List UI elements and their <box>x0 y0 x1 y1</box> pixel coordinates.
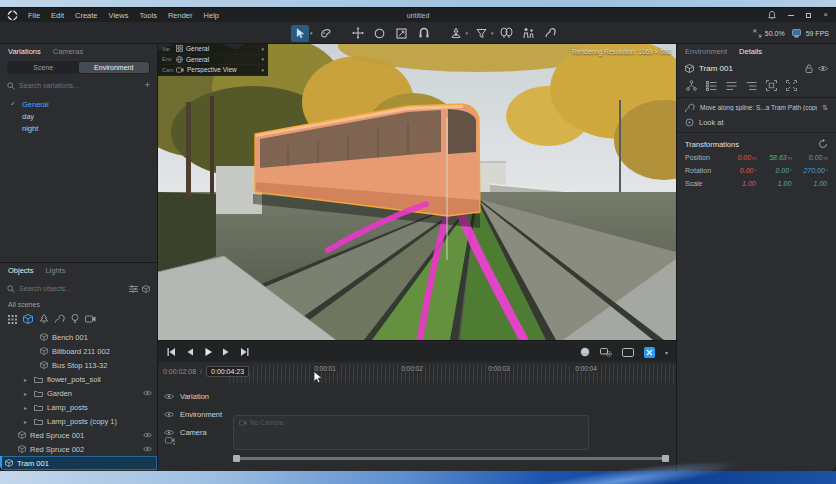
tree-item-bus-stop[interactable]: Bus Stop 113-32 <box>0 358 157 372</box>
swap-direction-icon[interactable]: ⇅ <box>822 104 828 112</box>
tree-item-garden[interactable]: ▸ Garden <box>0 386 157 400</box>
vegetation-tool-button[interactable] <box>498 25 516 42</box>
rotate-tool-button[interactable] <box>371 25 389 42</box>
menu-create[interactable]: Create <box>75 11 98 20</box>
variation-item-general[interactable]: ✓ General <box>0 98 157 110</box>
menu-edit[interactable]: Edit <box>51 11 64 20</box>
track-eye-icon[interactable] <box>164 429 174 436</box>
filter-tool-caret-icon[interactable]: ▾ <box>491 30 494 36</box>
scope-label[interactable]: All scenes <box>0 295 157 308</box>
tab-variations[interactable]: Variations <box>8 47 41 56</box>
menu-views[interactable]: Views <box>109 11 129 20</box>
minimize-button[interactable] <box>788 15 794 16</box>
segment-environment[interactable]: Environment <box>79 62 150 73</box>
total-time-field[interactable]: 0:00:04:23 <box>206 366 249 377</box>
grouped-list-icon[interactable] <box>746 81 757 91</box>
variation-item-night[interactable]: night <box>0 122 157 134</box>
play-button[interactable] <box>203 347 213 357</box>
tree-item-bench[interactable]: Bench 001 <box>0 330 157 344</box>
scrollbar-right-handle[interactable] <box>662 455 669 462</box>
menu-file[interactable]: File <box>28 11 40 20</box>
timeline-scrollbar[interactable] <box>233 455 669 462</box>
caret-right-icon[interactable]: ▸ <box>24 404 30 411</box>
select-tool-button[interactable] <box>291 25 309 42</box>
rotation-x-field[interactable]: 0.00° <box>721 167 757 174</box>
visibility-eye-icon[interactable] <box>818 65 828 72</box>
visibility-eye-icon[interactable] <box>143 432 152 438</box>
filter-sliders-icon[interactable] <box>129 285 138 293</box>
step-forward-button[interactable] <box>222 347 231 357</box>
tree-item-lamp-posts-copy[interactable]: ▸ Lamp_posts (copy 1) <box>0 414 157 428</box>
add-camera-icon[interactable] <box>165 436 176 445</box>
all-types-grid-icon[interactable] <box>8 315 17 324</box>
cube-filter-icon[interactable] <box>142 285 150 293</box>
menu-render[interactable]: Render <box>168 11 193 20</box>
search-objects-input[interactable] <box>19 285 125 292</box>
track-environment[interactable]: Environment <box>164 408 222 420</box>
scale-z-field[interactable]: 1.00 <box>792 180 828 187</box>
menu-tools[interactable]: Tools <box>139 11 157 20</box>
overlay-toggle-icon-active[interactable] <box>644 347 655 358</box>
move-tool-button[interactable] <box>349 25 367 42</box>
step-back-button[interactable] <box>185 347 194 357</box>
track-eye-icon[interactable] <box>164 393 174 400</box>
place-object-caret-icon[interactable]: ▾ <box>466 30 469 36</box>
menu-help[interactable]: Help <box>204 11 219 20</box>
viewport-scale-indicator[interactable]: 50.0% <box>753 29 785 38</box>
rotation-z-field[interactable]: 270.00° <box>792 167 828 174</box>
track-variation[interactable]: Variation <box>164 390 209 402</box>
caret-right-icon[interactable]: ▸ <box>24 418 30 425</box>
reset-transform-icon[interactable] <box>818 139 828 149</box>
place-object-tool-button[interactable] <box>447 25 465 42</box>
skip-to-end-button[interactable] <box>240 347 250 357</box>
scale-x-field[interactable]: 1.00 <box>721 180 757 187</box>
scale-y-field[interactable]: 1.00 <box>757 180 793 187</box>
tree-item-tram-selected[interactable]: Tram 001 <box>0 456 157 470</box>
vegetation-filter-icon[interactable] <box>39 314 49 324</box>
scrollbar-left-handle[interactable] <box>233 455 240 462</box>
maximize-button[interactable] <box>806 13 811 18</box>
objects-cube-filter-icon-active[interactable] <box>23 314 33 324</box>
tree-item-red-spruce-002[interactable]: Red Spruce 002 <box>0 442 157 456</box>
camera-settings-icon[interactable] <box>600 347 612 357</box>
detail-list-icon[interactable] <box>726 81 737 91</box>
skip-to-start-button[interactable] <box>166 347 176 357</box>
search-variations-input[interactable] <box>19 82 141 89</box>
tab-environment[interactable]: Environment <box>685 47 727 56</box>
tab-details[interactable]: Details <box>739 47 762 56</box>
move-along-spline-row[interactable]: Move along spline: S...a Tram Path (copy… <box>677 100 836 115</box>
tree-item-red-spruce-001[interactable]: Red Spruce 001 <box>0 428 157 442</box>
paint-tool-button[interactable] <box>317 25 335 42</box>
select-tool-caret-icon[interactable]: ▾ <box>310 30 313 36</box>
timeline-ruler[interactable] <box>226 365 674 383</box>
tab-lights[interactable]: Lights <box>45 266 65 275</box>
position-y-field[interactable]: 58.63m <box>757 154 793 161</box>
variation-dropdown[interactable]: Var General ▾ <box>158 44 268 55</box>
viewport[interactable]: Var General ▾ Env General ▾ Cam Perspect… <box>158 44 676 340</box>
camera-clip[interactable]: No Camera <box>233 415 589 450</box>
look-at-row[interactable]: Look at <box>677 115 836 130</box>
tree-item-lamp-posts[interactable]: ▸ Lamp_posts <box>0 400 157 414</box>
snap-magnet-tool-button[interactable] <box>415 25 433 42</box>
render-sphere-icon[interactable] <box>580 347 590 357</box>
expand-corners-icon[interactable] <box>786 80 797 91</box>
light-bulb-filter-icon[interactable] <box>71 314 79 324</box>
scrollbar-track[interactable] <box>240 457 662 460</box>
path-spline-tool-button[interactable] <box>542 25 560 42</box>
lock-icon[interactable] <box>805 64 813 73</box>
camera-filter-icon[interactable] <box>85 315 96 323</box>
segment-scene[interactable]: Scene <box>8 62 79 73</box>
notifications-bell-icon[interactable] <box>768 11 776 20</box>
visibility-eye-icon[interactable] <box>143 446 152 452</box>
frame-select-icon[interactable] <box>766 80 777 91</box>
hierarchy-icon[interactable] <box>686 80 697 91</box>
spline-filter-icon[interactable] <box>55 314 65 324</box>
close-button[interactable]: × <box>823 11 828 19</box>
caret-right-icon[interactable]: ▸ <box>24 390 30 397</box>
scale-tool-button[interactable] <box>393 25 411 42</box>
list-view-icon[interactable] <box>706 81 717 91</box>
current-time-display[interactable]: 0:00:02:08 <box>163 368 196 375</box>
tree-item-flower-pots[interactable]: ▸ flower_pots_soil <box>0 372 157 386</box>
tab-cameras[interactable]: Cameras <box>53 47 83 56</box>
position-z-field[interactable]: 0.00m <box>792 154 828 161</box>
